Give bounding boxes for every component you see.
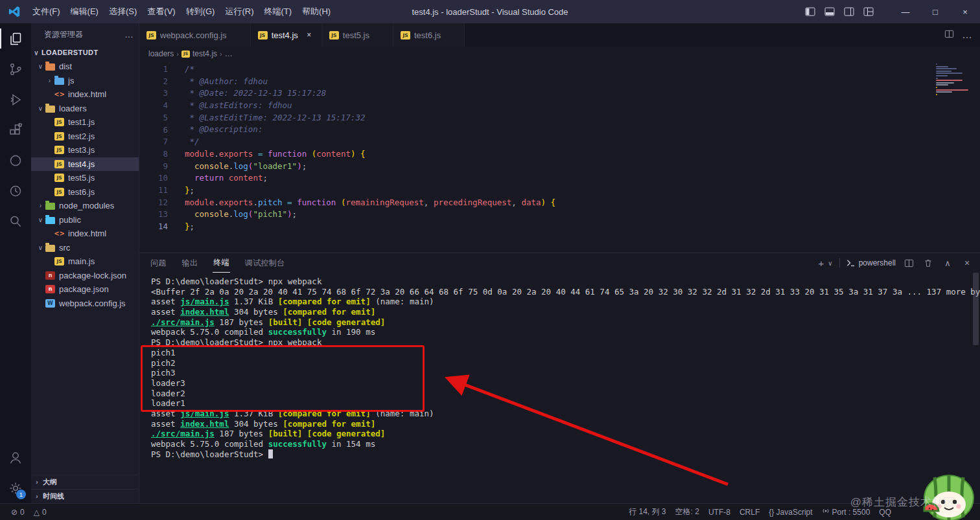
status-item-0[interactable]: 行 14, 列 3 (624, 504, 670, 520)
tree-item-package.json[interactable]: npackage.json (31, 282, 139, 297)
tree-item-label: main.js (68, 256, 95, 266)
search-icon[interactable] (0, 206, 31, 236)
menu-item-4[interactable]: 转到(G) (181, 3, 220, 20)
tree-item-label: test1.js (68, 117, 95, 127)
tree-item-test4.js[interactable]: JStest4.js (31, 157, 139, 172)
sidebar-section-1[interactable]: ›时间线 (31, 489, 139, 503)
tree-item-test5.js[interactable]: JStest5.js (31, 171, 139, 185)
status-item-2[interactable]: UTF-8 (704, 504, 735, 520)
settings-icon[interactable]: 1 (0, 473, 31, 503)
code-line: * @LastEditTime: 2022-12-13 15:17:32 (185, 112, 980, 124)
close-tab-icon[interactable]: × (303, 29, 315, 41)
tree-item-test3.js[interactable]: JStest3.js (31, 143, 139, 157)
menu-item-1[interactable]: 编辑(E) (65, 3, 104, 20)
breadcrumb-item-1[interactable]: JStest4.js (181, 49, 217, 58)
terminal-profile[interactable]: powershell (846, 258, 896, 267)
panel-tab-输出[interactable]: 输出 (181, 254, 199, 273)
menu-item-0[interactable]: 文件(F) (27, 3, 65, 20)
account-icon[interactable] (0, 442, 31, 473)
tree-item-node_modules[interactable]: ›node_modules (31, 199, 139, 213)
status-error[interactable]: ⊘0 (6, 504, 29, 520)
remote-icon[interactable] (0, 145, 31, 175)
history-icon[interactable] (0, 175, 31, 206)
terminal[interactable]: PS D:\demo\loaderStudt> npx webpack<Buff… (139, 273, 980, 503)
terminal-output: PS D:\demo\loaderStudt> npx webpack<Buff… (151, 277, 980, 459)
tree-item-src[interactable]: ∨src (31, 241, 139, 255)
menu-item-7[interactable]: 帮助(H) (297, 3, 336, 20)
status-warning[interactable]: △0 (29, 504, 51, 520)
menu-item-6[interactable]: 终端(T) (259, 3, 297, 20)
tree-item-webpack.config.js[interactable]: Wwebpack.config.js (31, 297, 139, 311)
new-terminal-button[interactable]: + ∨ (819, 258, 833, 269)
terminal-line: PS D:\demo\loaderStudt> npx webpack (151, 337, 980, 348)
explorer-icon[interactable] (0, 23, 31, 54)
explorer-sidebar: 资源管理器 … ∨ LOADERSTUDT ∨dist›js<>index.ht… (31, 23, 139, 503)
status-item-1[interactable]: 空格: 2 (671, 504, 704, 520)
close-panel-icon[interactable]: × (961, 256, 974, 269)
minimap-line (936, 78, 938, 79)
minimap-line (936, 68, 957, 69)
menu-item-5[interactable]: 运行(R) (220, 3, 259, 20)
html-file-icon: <> (54, 90, 64, 98)
terminal-scrollbar[interactable] (973, 273, 979, 345)
js-file-icon: JS (401, 31, 410, 40)
breadcrumb-item-0[interactable]: loaders (148, 49, 174, 58)
source-control-icon[interactable] (0, 54, 31, 84)
panel-tab-终端[interactable]: 终端 (213, 253, 230, 273)
tree-item-public[interactable]: ∨public (31, 213, 139, 227)
menu-item-3[interactable]: 查看(V) (142, 3, 180, 20)
line-number: 12 (139, 197, 168, 209)
tree-item-test6.js[interactable]: JStest6.js (31, 185, 139, 199)
tree-item-package-lock.json[interactable]: npackage-lock.json (31, 269, 139, 283)
toggle-secondary-sidebar-icon[interactable] (844, 7, 854, 16)
close-button[interactable]: × (950, 0, 980, 23)
extensions-icon[interactable] (0, 115, 31, 145)
js-file-icon: JS (258, 31, 268, 40)
code-editor[interactable]: 1234567891011121314 /* * @Author: fdhou … (139, 61, 980, 253)
tree-item-test2.js[interactable]: JStest2.js (31, 130, 139, 144)
split-editor-icon[interactable] (944, 29, 954, 41)
tree-item-main.js[interactable]: JSmain.js (31, 254, 139, 269)
panel-tab-问题[interactable]: 问题 (150, 254, 167, 273)
maximize-button[interactable]: □ (920, 0, 950, 23)
activity-bar: 1 (0, 23, 31, 503)
sidebar-section-0[interactable]: ›大纲 (31, 475, 139, 489)
tab-test4.js[interactable]: JStest4.js× (251, 23, 322, 47)
tab-label: test4.js (272, 30, 298, 40)
tree-item-loaders[interactable]: ∨loaders (31, 102, 139, 116)
npm2-file-icon: n (45, 271, 55, 280)
sidebar-bottom-sections: ›大纲›时间线 (31, 475, 139, 503)
status-item-4[interactable]: {} JavaScript (764, 504, 817, 520)
maximize-panel-icon[interactable]: ∧ (941, 256, 954, 269)
menu-item-2[interactable]: 选择(S) (104, 3, 142, 20)
js-file-icon: JS (54, 188, 64, 196)
tree-item-test1.js[interactable]: JStest1.js (31, 115, 139, 130)
project-section-header[interactable]: ∨ LOADERSTUDT (31, 45, 139, 60)
status-item-3[interactable]: CRLF (735, 504, 764, 520)
tree-item-dist[interactable]: ∨dist (31, 60, 139, 74)
panel-tab-调试控制台[interactable]: 调试控制台 (244, 254, 286, 273)
breadcrumb-item-2[interactable]: … (225, 49, 233, 58)
watermark-mascot (915, 468, 977, 520)
minimap[interactable] (936, 63, 971, 97)
sidebar-section-label: 大纲 (43, 477, 57, 487)
customize-layout-icon[interactable] (863, 7, 874, 16)
tree-item-index.html[interactable]: <>index.html (31, 87, 139, 102)
explorer-more-icon[interactable]: … (124, 29, 134, 40)
editor-more-icon[interactable]: … (962, 29, 972, 41)
split-terminal-icon[interactable] (902, 256, 915, 269)
run-debug-icon[interactable] (0, 84, 31, 115)
chevron-right-icon: › (36, 202, 45, 209)
chevron-down-icon: ∨ (31, 49, 41, 56)
toggle-panel-icon[interactable] (824, 7, 835, 16)
tab-test5.js[interactable]: JStest5.js× (322, 23, 393, 47)
tab-test6.js[interactable]: JStest6.js× (393, 23, 465, 47)
line-number: 3 (139, 87, 168, 100)
tree-item-js[interactable]: ›js (31, 74, 139, 88)
tab-webpack.config.js[interactable]: JSwebpack.config.js× (139, 23, 251, 47)
kill-terminal-icon[interactable] (922, 256, 935, 269)
minimize-button[interactable]: — (891, 0, 920, 23)
tree-item-index.html[interactable]: <>index.html (31, 227, 139, 241)
toggle-sidebar-icon[interactable] (805, 7, 815, 16)
status-label: 空格: 2 (675, 506, 699, 517)
